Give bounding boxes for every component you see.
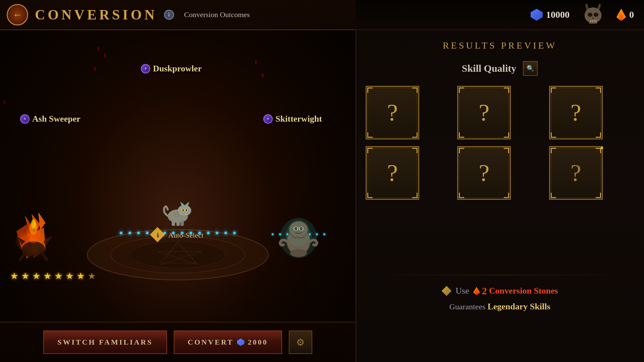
mystery-card-1[interactable]: ? bbox=[366, 86, 419, 139]
mystery-card-symbol-4: ? bbox=[387, 159, 398, 187]
card-corner-br-4 bbox=[412, 193, 418, 198]
blue-dot-4 bbox=[146, 232, 149, 234]
stars-row: ★ ★ ★ ★ ★ ★ ★ ★ bbox=[10, 270, 96, 282]
card-corner-bl-5 bbox=[459, 193, 464, 198]
svg-point-10 bbox=[178, 205, 191, 216]
back-arrow-icon: ← bbox=[13, 9, 22, 20]
card-corner-br-6 bbox=[596, 193, 601, 198]
use-text: Use bbox=[455, 286, 469, 296]
familiar-name-ash: Ash Sweeper bbox=[32, 114, 80, 124]
star-2: ★ bbox=[21, 270, 30, 282]
svg-point-54 bbox=[594, 13, 598, 17]
familiar-icon-skitter: ✦ bbox=[263, 114, 273, 124]
svg-marker-29 bbox=[39, 213, 45, 230]
fire-resource: 0 bbox=[616, 9, 634, 21]
card-corner-tr-2 bbox=[504, 87, 509, 93]
legendary-skills-text: Legendary Skills bbox=[487, 302, 550, 311]
card-corner-bl-4 bbox=[367, 193, 373, 198]
mystery-card-3[interactable]: ? bbox=[549, 86, 603, 139]
blue-dot-13 bbox=[224, 232, 227, 234]
stones-label: Conversion Stones bbox=[489, 286, 558, 296]
familiar-icon-ash: ✦ bbox=[20, 114, 30, 124]
svg-point-32 bbox=[22, 241, 45, 258]
svg-point-2 bbox=[131, 241, 225, 268]
card-corner-tr-4 bbox=[412, 148, 418, 153]
auto-select[interactable]: ✓ Auto-Select bbox=[152, 229, 203, 241]
switch-familiars-button[interactable]: SWITCH FAMILIARS bbox=[43, 330, 167, 354]
familiar-label-duskprowler: ✦ Duskprowler bbox=[141, 64, 202, 74]
card-corner-tl-6 bbox=[551, 148, 556, 153]
convert-label: CONVERT bbox=[188, 338, 234, 347]
star-4: ★ bbox=[43, 270, 52, 282]
card-corner-tr-3 bbox=[596, 87, 601, 93]
header: ← CONVERSION i Conversion Outcomes bbox=[0, 0, 356, 30]
card-corner-tr-5 bbox=[504, 148, 509, 153]
card-corner-tl-3 bbox=[551, 87, 556, 93]
fire-count: 0 bbox=[629, 9, 634, 20]
mystery-card-2[interactable]: ? bbox=[457, 86, 511, 139]
blue-dot-3 bbox=[137, 232, 140, 234]
card-corner-br-2 bbox=[504, 132, 509, 138]
mystery-card-symbol-3: ? bbox=[571, 99, 581, 127]
blue-dot-r-1 bbox=[272, 233, 274, 235]
blue-dot-r-8 bbox=[323, 233, 325, 235]
back-button[interactable]: ← bbox=[7, 4, 28, 25]
conversion-outcomes-label: Conversion Outcomes bbox=[184, 10, 250, 19]
mystery-card-symbol-6: ? bbox=[571, 159, 581, 187]
game-area: ← CONVERSION i Conversion Outcomes ✦ Dus… bbox=[0, 0, 356, 362]
options-icon: ⚙ bbox=[296, 337, 305, 348]
svg-rect-58 bbox=[594, 20, 595, 22]
mystery-card-symbol-1: ? bbox=[387, 99, 398, 127]
svg-point-51 bbox=[287, 220, 310, 246]
star-3: ★ bbox=[32, 270, 41, 282]
gems-resource: 10000 bbox=[531, 9, 570, 21]
mystery-card-5[interactable]: ? bbox=[457, 146, 511, 200]
blue-dot-12 bbox=[216, 232, 218, 234]
star-1: ★ bbox=[10, 270, 18, 282]
svg-point-50 bbox=[290, 249, 307, 257]
guarantees-text: Guarantees bbox=[449, 302, 485, 311]
resource-bar: 10000 bbox=[356, 0, 644, 30]
star-5: ★ bbox=[54, 270, 63, 282]
page-title: CONVERSION bbox=[35, 7, 157, 23]
gem-icon bbox=[531, 9, 543, 21]
results-panel: RESULTS PREVIEW Skill Quality 🔍 ? ? bbox=[356, 30, 644, 362]
convert-amount: 2000 bbox=[248, 338, 268, 347]
guarantees-row: Guarantees Legendary Skills bbox=[376, 302, 624, 312]
svg-rect-56 bbox=[590, 20, 591, 22]
familiar-label-ash: ✦ Ash Sweeper bbox=[20, 114, 80, 124]
blue-dot-2 bbox=[128, 232, 131, 234]
gems-count: 10000 bbox=[546, 9, 570, 20]
fire-creature bbox=[7, 198, 74, 265]
svg-rect-21 bbox=[172, 221, 175, 226]
convert-gem-icon bbox=[237, 339, 245, 346]
diamond-icon bbox=[441, 286, 451, 296]
spark-icon: ✦ bbox=[599, 144, 604, 152]
svg-point-18 bbox=[186, 209, 187, 211]
options-button[interactable]: ⚙ bbox=[289, 330, 312, 354]
skill-filter-button[interactable]: 🔍 bbox=[523, 61, 538, 76]
star-6: ★ bbox=[65, 270, 74, 282]
stones-number: 2 bbox=[482, 285, 487, 297]
info-icon[interactable]: i bbox=[164, 10, 174, 20]
familiar-icon-duskprowler: ✦ bbox=[141, 64, 150, 73]
svg-point-39 bbox=[31, 219, 36, 229]
skill-quality-label: Skill Quality bbox=[462, 63, 517, 74]
fire-gem-small-icon bbox=[473, 287, 480, 295]
blue-dot-11 bbox=[207, 232, 210, 234]
svg-rect-59 bbox=[595, 20, 597, 22]
svg-rect-23 bbox=[180, 221, 184, 226]
stones-count: 2 Conversion Stones bbox=[473, 285, 558, 297]
action-bar: SWITCH FAMILIARS CONVERT 2000 ⚙ bbox=[0, 322, 356, 362]
svg-rect-22 bbox=[176, 221, 180, 226]
arena: ✦ Duskprowler ✦ Ash Sweeper ✦ Skitterwig… bbox=[0, 30, 356, 298]
convert-button[interactable]: CONVERT 2000 bbox=[174, 330, 282, 354]
conversion-info: Use 2 Conversion Stones Guarantees Legen… bbox=[366, 265, 634, 322]
search-icon: 🔍 bbox=[527, 65, 534, 72]
mystery-card-6[interactable]: ? ✦ bbox=[549, 146, 603, 200]
mystery-card-4[interactable]: ? bbox=[366, 146, 419, 200]
svg-line-34 bbox=[42, 253, 47, 260]
svg-line-33 bbox=[20, 253, 25, 260]
card-corner-br-5 bbox=[504, 193, 509, 198]
fire-icon bbox=[616, 9, 626, 21]
